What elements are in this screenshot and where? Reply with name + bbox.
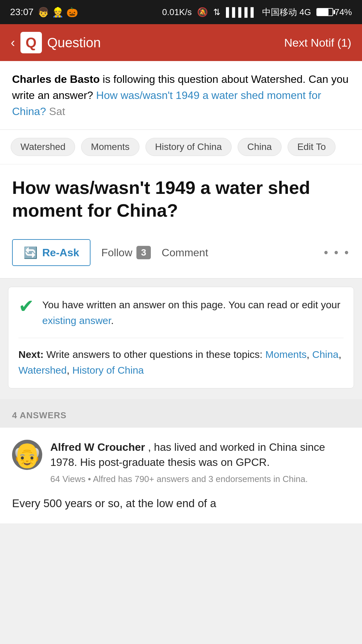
comment-button[interactable]: Comment bbox=[162, 247, 208, 259]
topic-link-watershed[interactable]: Watershed bbox=[18, 365, 67, 376]
more-options-button[interactable]: • • • bbox=[324, 246, 350, 260]
action-row: 🔄 Re-Ask Follow 3 Comment • • • bbox=[0, 239, 362, 279]
app-header: ‹ Q Question Next Notif (1) bbox=[0, 24, 362, 61]
comment-label: Comment bbox=[162, 247, 208, 259]
reask-button[interactable]: 🔄 Re-Ask bbox=[12, 239, 90, 266]
status-bar: 23:07 👦 👷 🎃 0.01K/s 🔕 ⇅ ▌▌▌▌▌ 中国移动 4G 74… bbox=[0, 0, 362, 24]
next-description: Write answers to other questions in thes… bbox=[46, 349, 265, 360]
mute-icon: 🔕 bbox=[197, 7, 208, 17]
answer-info: Alfred W Croucher , has lived and worked… bbox=[50, 440, 350, 486]
answer-item: Alfred W Croucher , has lived and worked… bbox=[0, 428, 362, 486]
next-label: Next: bbox=[18, 349, 44, 360]
answers-header: 4 ANSWERS bbox=[0, 399, 362, 428]
tag-china[interactable]: China bbox=[238, 138, 282, 156]
checkmark-icon: ✔ bbox=[18, 295, 34, 317]
status-right: 0.01K/s 🔕 ⇅ ▌▌▌▌▌ 中国移动 4G 74% bbox=[162, 6, 352, 18]
answer-next-section: Next: Write answers to other questions i… bbox=[18, 338, 344, 378]
status-left: 23:07 👦 👷 🎃 bbox=[10, 7, 78, 18]
answers-count-label: 4 ANSWERS bbox=[12, 410, 67, 420]
follow-label: Follow bbox=[101, 247, 132, 259]
next-notif-button[interactable]: Next Notif (1) bbox=[284, 36, 351, 49]
author-name[interactable]: Alfred W Croucher bbox=[50, 441, 145, 453]
notification-banner: Charles de Basto is following this quest… bbox=[0, 61, 362, 130]
back-icon[interactable]: ‹ bbox=[11, 36, 15, 50]
comma3: , bbox=[67, 365, 72, 376]
tag-watershed[interactable]: Watershed bbox=[11, 138, 75, 156]
reask-icon: 🔄 bbox=[23, 246, 38, 259]
status-time: 23:07 bbox=[10, 7, 34, 17]
quora-logo: Q bbox=[20, 32, 42, 53]
answer-author: Alfred W Croucher , has lived and worked… bbox=[50, 440, 350, 470]
comma1: , bbox=[307, 349, 312, 360]
topic-link-china[interactable]: China bbox=[312, 349, 339, 360]
tag-moments[interactable]: Moments bbox=[81, 138, 139, 156]
notification-author: Charles de Basto bbox=[12, 73, 100, 85]
header-title: Question bbox=[47, 35, 101, 50]
tags-area: Watershed Moments History of China China… bbox=[0, 130, 362, 164]
tag-edit-to[interactable]: Edit To bbox=[288, 138, 336, 156]
emoji-icons: 👦 👷 🎃 bbox=[38, 7, 78, 18]
answer-written-text: You have written an answer on this page.… bbox=[42, 297, 344, 328]
answer-meta: Alfred W Croucher , has lived and worked… bbox=[12, 440, 350, 486]
data-arrows-icon: ⇅ bbox=[213, 7, 221, 17]
answer-written-prefix: You have written an answer on this page.… bbox=[42, 299, 341, 310]
answer-preview: Every 500 years or so, at the low end of… bbox=[0, 486, 362, 524]
carrier-name: 中国移动 4G bbox=[262, 6, 311, 18]
existing-answer-link[interactable]: existing answer bbox=[42, 315, 111, 326]
topic-link-history-of-china[interactable]: History of China bbox=[72, 365, 144, 376]
header-left: ‹ Q Question bbox=[11, 32, 101, 53]
next-text: Next: Write answers to other questions i… bbox=[18, 347, 344, 378]
answer-written-box: ✔ You have written an answer on this pag… bbox=[8, 287, 354, 388]
follow-button[interactable]: Follow 3 bbox=[101, 246, 151, 259]
answer-stats: 64 Views • Alfred has 790+ answers and 3… bbox=[50, 473, 350, 486]
battery-indicator: 74% bbox=[316, 7, 352, 17]
answer-written-suffix: . bbox=[111, 315, 114, 326]
notification-timestamp: Sat bbox=[49, 105, 65, 117]
avatar bbox=[12, 440, 42, 470]
signal-bars-icon: ▌▌▌▌▌ bbox=[226, 7, 257, 17]
topic-link-moments[interactable]: Moments bbox=[265, 349, 306, 360]
tag-history-of-china[interactable]: History of China bbox=[145, 138, 232, 156]
reask-label: Re-Ask bbox=[42, 247, 79, 259]
question-section: How was/wasn't 1949 a water shed moment … bbox=[0, 164, 362, 239]
answer-written-top: ✔ You have written an answer on this pag… bbox=[18, 297, 344, 338]
question-title: How was/wasn't 1949 a water shed moment … bbox=[12, 176, 350, 222]
network-speed: 0.01K/s bbox=[162, 7, 192, 17]
follow-count: 3 bbox=[136, 246, 151, 259]
comma2: , bbox=[339, 349, 341, 360]
